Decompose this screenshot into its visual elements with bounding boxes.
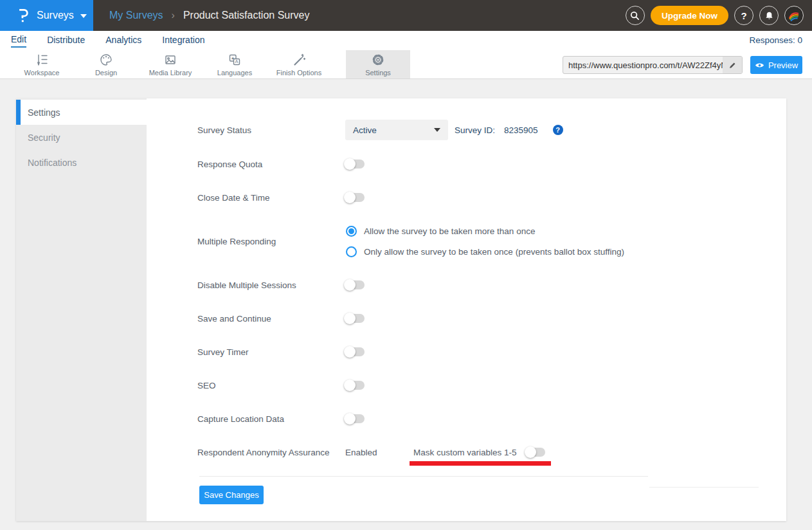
sidebar-item-security[interactable]: Security xyxy=(16,125,147,150)
sidebar-item-notifications[interactable]: Notifications xyxy=(16,150,147,175)
toolbar-settings-label: Settings xyxy=(365,69,391,77)
toggle-knob xyxy=(344,158,356,170)
save-and-continue-toggle[interactable] xyxy=(345,314,365,323)
edit-url-button[interactable] xyxy=(723,57,742,73)
chevron-down-icon xyxy=(80,14,87,18)
capture-location-data-label: Capture Location Data xyxy=(197,414,345,424)
save-and-continue-label: Save and Continue xyxy=(197,314,345,324)
responses-count[interactable]: Responses: 0 xyxy=(749,35,802,45)
upgrade-now-button[interactable]: Upgrade Now xyxy=(651,6,728,25)
disable-multiple-sessions-label: Disable Multiple Sessions xyxy=(197,280,345,290)
toolbar-settings[interactable]: Settings xyxy=(346,50,410,78)
multiple-responding-row: Multiple Responding xyxy=(197,235,345,248)
app-header: Surveys My Surveys › Product Satisfactio… xyxy=(0,0,812,31)
disable-multiple-sessions-row: Disable Multiple Sessions xyxy=(197,279,365,291)
product-name: Surveys xyxy=(37,10,74,21)
gear-icon xyxy=(371,53,385,67)
toggle-knob xyxy=(344,346,356,358)
seo-toggle[interactable] xyxy=(345,381,365,390)
toggle-knob xyxy=(344,379,356,391)
header-actions: Upgrade Now ? xyxy=(626,6,804,25)
toolbar-media-library[interactable]: Media Library xyxy=(138,50,203,78)
close-date-time-toggle[interactable] xyxy=(345,193,365,202)
response-quota-label: Response Quota xyxy=(197,160,345,169)
mask-custom-variables-toggle[interactable] xyxy=(526,448,545,457)
save-and-continue-row: Save and Continue xyxy=(197,312,365,325)
toggle-knob xyxy=(344,279,356,291)
sidebar-security-label: Security xyxy=(28,132,60,143)
radio-option-1-label: Allow the survey to be taken more than o… xyxy=(364,226,535,236)
page-title: Product Satisfaction Survey xyxy=(183,10,310,21)
survey-id-help-icon[interactable]: ? xyxy=(553,125,563,135)
section-nav: Edit Distribute Analytics Integration Re… xyxy=(0,31,812,50)
preview-button[interactable]: Preview xyxy=(750,56,802,74)
toolbar-workspace[interactable]: Workspace xyxy=(10,50,74,78)
settings-panel: Settings Security Notifications Survey S… xyxy=(16,98,786,521)
disable-multiple-sessions-toggle[interactable] xyxy=(345,280,365,289)
preview-label: Preview xyxy=(768,60,798,70)
seo-row: SEO xyxy=(197,379,365,392)
tab-integration[interactable]: Integration xyxy=(162,35,204,47)
breadcrumb-my-surveys[interactable]: My Surveys xyxy=(109,10,163,21)
questionpro-logo-icon xyxy=(17,7,30,24)
survey-url-value[interactable]: https://www.questionpro.com/t/AW22Zf4yN xyxy=(563,60,723,70)
survey-status-label: Survey Status xyxy=(197,125,345,135)
close-date-time-label: Close Date & Time xyxy=(197,193,345,203)
search-icon xyxy=(630,11,640,21)
magic-wand-icon xyxy=(292,53,306,67)
nav-tabs: Edit Distribute Analytics Integration xyxy=(11,31,225,50)
tab-analytics[interactable]: Analytics xyxy=(105,35,141,47)
question-mark-icon: ? xyxy=(741,10,746,21)
questionpro-app: Surveys My Surveys › Product Satisfactio… xyxy=(0,0,812,530)
survey-url-field[interactable]: https://www.questionpro.com/t/AW22Zf4yN xyxy=(563,56,743,74)
tab-distribute[interactable]: Distribute xyxy=(47,35,85,47)
workspace-icon xyxy=(35,53,49,67)
survey-timer-label: Survey Timer xyxy=(197,347,345,357)
radio-option-only-once[interactable]: Only allow the survey to be taken once (… xyxy=(346,245,624,258)
toolbar-finish-options[interactable]: Finish Options xyxy=(267,50,331,78)
bell-icon xyxy=(764,11,774,21)
respondent-anonymity-row: Respondent Anonymity Assurance Enabled M… xyxy=(197,446,545,459)
tab-edit[interactable]: Edit xyxy=(11,34,26,48)
radio-unselected-icon xyxy=(346,246,357,257)
radio-selected-icon xyxy=(346,226,357,237)
response-quota-row: Response Quota xyxy=(197,158,365,170)
response-quota-toggle[interactable] xyxy=(345,160,365,169)
svg-text:A: A xyxy=(235,59,238,64)
product-switcher[interactable]: Surveys xyxy=(0,0,93,31)
survey-id-value: 8235905 xyxy=(504,125,538,135)
sidebar-item-settings[interactable]: Settings xyxy=(16,100,147,125)
radio-option-more-than-once[interactable]: Allow the survey to be taken more than o… xyxy=(346,224,535,237)
form-divider xyxy=(199,476,648,477)
notifications-button[interactable] xyxy=(759,6,779,25)
form-divider-segment xyxy=(649,487,759,488)
sidebar-notifications-label: Notifications xyxy=(28,158,77,168)
anonymity-status: Enabled xyxy=(345,448,413,457)
avatar[interactable] xyxy=(784,6,804,25)
capture-location-data-row: Capture Location Data xyxy=(197,412,365,425)
help-button[interactable]: ? xyxy=(734,6,753,25)
mask-custom-variables-label: Mask custom variables 1-5 xyxy=(413,448,518,457)
toolbar-items: Workspace Design Media Library ★A Langua… xyxy=(10,50,410,78)
multiple-responding-label: Multiple Responding xyxy=(197,237,345,246)
survey-timer-row: Survey Timer xyxy=(197,345,365,358)
toolbar-finish-options-label: Finish Options xyxy=(276,69,321,77)
breadcrumb: My Surveys › Product Satisfaction Survey xyxy=(109,0,309,31)
survey-id-label: Survey ID: xyxy=(455,125,495,135)
toolbar-design[interactable]: Design xyxy=(74,50,138,78)
edit-toolbar: Workspace Design Media Library ★A Langua… xyxy=(0,50,812,79)
radio-option-2-label: Only allow the survey to be taken once (… xyxy=(364,247,624,257)
toolbar-languages[interactable]: ★A Languages xyxy=(203,50,267,78)
survey-status-dropdown[interactable]: Active xyxy=(345,120,448,140)
breadcrumb-separator: › xyxy=(172,10,175,21)
chevron-down-icon xyxy=(434,128,440,132)
toolbar-languages-label: Languages xyxy=(217,69,252,77)
survey-status-value: Active xyxy=(353,125,377,135)
search-button[interactable] xyxy=(626,6,645,25)
capture-location-data-toggle[interactable] xyxy=(345,414,365,423)
toggle-knob xyxy=(344,192,356,203)
save-changes-button[interactable]: Save Changes xyxy=(199,486,264,504)
survey-timer-toggle[interactable] xyxy=(345,347,365,356)
sidebar-settings-label: Settings xyxy=(28,107,60,118)
red-annotation-underline xyxy=(410,461,551,466)
